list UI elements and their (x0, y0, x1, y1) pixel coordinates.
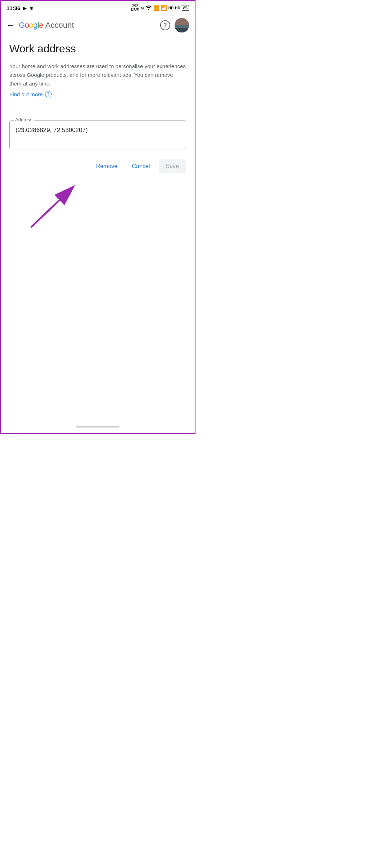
remove-button[interactable]: Remove (90, 159, 123, 173)
status-left: 11:36 ▶ ⊕ (6, 5, 34, 11)
data-speed: 292 KB/S (131, 4, 139, 12)
address-value: (23.0286829, 72.5300207) (16, 127, 88, 134)
main-content: Work address Your home and work addresse… (1, 37, 195, 240)
hd-label-2: HD (175, 6, 180, 10)
google-logo: Google (19, 21, 45, 30)
status-time: 11:36 (6, 5, 20, 11)
play-icon: ▶ (23, 5, 27, 11)
info-icon: ? (45, 91, 52, 97)
location-icon: ⊕ (30, 5, 34, 11)
battery-level: 85 (182, 5, 189, 11)
action-buttons: Remove Cancel Save (9, 159, 186, 173)
find-out-more-link[interactable]: Find out more ? (9, 91, 52, 97)
cancel-button[interactable]: Cancel (126, 159, 156, 173)
purple-arrow-svg (9, 180, 118, 231)
bluetooth-icon: ⊛ (141, 6, 144, 10)
back-button[interactable]: ← (6, 21, 14, 30)
signal-icon-2: 📶 (161, 5, 167, 11)
bottom-nav-bar (1, 421, 195, 433)
address-field-container: Address (23.0286829, 72.5300207) (9, 120, 186, 149)
address-field-box[interactable]: (23.0286829, 72.5300207) (9, 120, 186, 149)
status-bar: 11:36 ▶ ⊕ 292 KB/S ⊛ 📶 📶 HD HD 85 (1, 1, 195, 14)
help-button[interactable]: ? (160, 20, 170, 30)
app-bar-left: ← Google Account (6, 21, 74, 30)
find-out-more-label: Find out more (9, 91, 43, 97)
app-bar: ← Google Account ? (1, 14, 195, 37)
description-text: Your home and work addresses are used to… (9, 62, 186, 88)
signal-icon: 📶 (153, 5, 159, 11)
home-pill (76, 426, 119, 428)
status-right: 292 KB/S ⊛ 📶 📶 HD HD 85 (131, 4, 189, 12)
app-bar-right: ? (160, 18, 189, 32)
avatar[interactable] (175, 18, 189, 32)
app-bar-brand: Google Account (19, 21, 74, 30)
hd-label-1: HD (168, 6, 173, 10)
arrow-annotation (9, 173, 186, 231)
svg-rect-2 (175, 28, 189, 32)
page-title: Work address (9, 43, 186, 55)
wifi-icon (145, 5, 152, 11)
address-label: Address (14, 117, 34, 122)
svg-line-4 (31, 188, 73, 227)
save-button[interactable]: Save (159, 159, 186, 173)
app-bar-title: Account (45, 21, 74, 30)
